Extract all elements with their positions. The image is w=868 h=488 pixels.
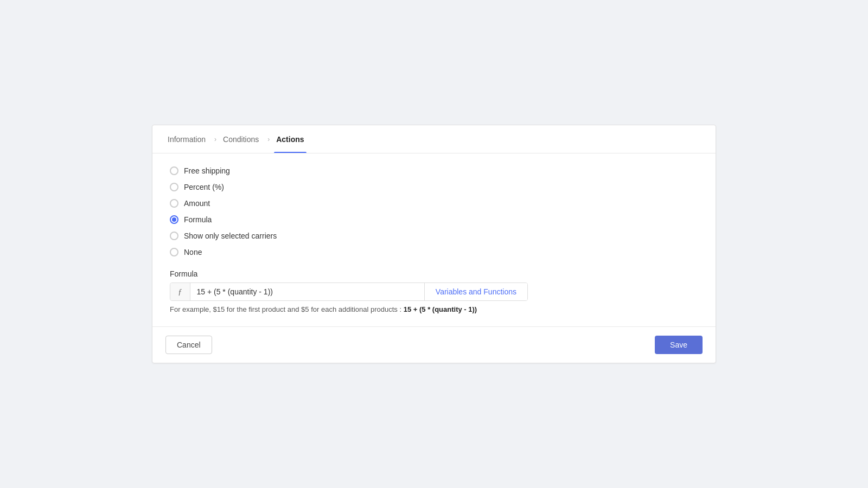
variables-functions-button[interactable]: Variables and Functions: [424, 283, 527, 300]
chevron-icon-2: ›: [267, 136, 270, 143]
radio-none[interactable]: None: [170, 248, 698, 256]
radio-group: Free shipping Percent (%) Amount Formula…: [170, 166, 698, 256]
radio-show-carriers[interactable]: Show only selected carriers: [170, 232, 698, 240]
radio-amount[interactable]: Amount: [170, 199, 698, 208]
tab-conditions[interactable]: Conditions: [221, 125, 261, 153]
radio-input-none[interactable]: [170, 248, 178, 256]
tab-actions[interactable]: Actions: [274, 125, 306, 153]
content-area: Free shipping Percent (%) Amount Formula…: [152, 153, 716, 326]
formula-hint-bold: 15 + (5 * (quantity - 1)): [404, 305, 477, 313]
radio-percent[interactable]: Percent (%): [170, 183, 698, 191]
formula-hint-prefix: For example, $15 for the first product a…: [170, 305, 404, 313]
footer: Cancel Save: [152, 326, 716, 363]
tab-information[interactable]: Information: [165, 125, 208, 153]
formula-hint: For example, $15 for the first product a…: [170, 305, 698, 313]
formula-input-group: ƒ Variables and Functions: [170, 282, 528, 301]
radio-formula[interactable]: Formula: [170, 215, 698, 224]
save-button[interactable]: Save: [655, 336, 703, 354]
radio-input-formula[interactable]: [170, 215, 178, 224]
radio-input-amount[interactable]: [170, 199, 178, 208]
formula-icon: ƒ: [170, 283, 190, 300]
main-card: Information › Conditions › Actions Free …: [152, 125, 716, 363]
formula-section: Formula ƒ Variables and Functions For ex…: [170, 269, 698, 313]
radio-input-percent[interactable]: [170, 183, 178, 191]
radio-input-free-shipping[interactable]: [170, 166, 178, 175]
chevron-icon-1: ›: [214, 136, 216, 143]
radio-input-show-carriers[interactable]: [170, 232, 178, 240]
tab-bar: Information › Conditions › Actions: [152, 125, 716, 153]
radio-free-shipping[interactable]: Free shipping: [170, 166, 698, 175]
cancel-button[interactable]: Cancel: [165, 336, 212, 354]
formula-label: Formula: [170, 269, 698, 278]
formula-text-input[interactable]: [190, 283, 424, 300]
